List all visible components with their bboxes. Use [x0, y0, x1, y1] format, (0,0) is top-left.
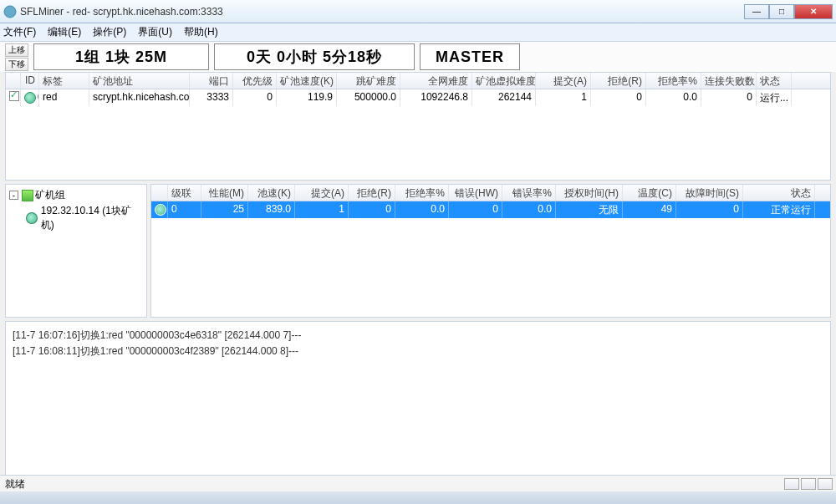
- col-reject-rate[interactable]: 拒绝率%: [646, 73, 701, 89]
- tree-collapse-icon[interactable]: -: [9, 191, 18, 200]
- mcol-accepted[interactable]: 提交(A): [295, 185, 349, 201]
- miner-coin-icon: [155, 204, 166, 216]
- statusbar-icons: [784, 478, 833, 490]
- taskbar: [0, 491, 836, 504]
- col-fail[interactable]: 连接失败数: [701, 73, 757, 89]
- col-status[interactable]: 状态: [757, 73, 792, 89]
- menu-help[interactable]: 帮助(H): [184, 25, 218, 39]
- mcol-fault[interactable]: 故障时间(S): [676, 185, 743, 201]
- col-addr[interactable]: 矿池地址: [89, 73, 190, 89]
- window-titlebar: SFLMiner - red- scrypt.hk.nicehash.com:3…: [0, 0, 836, 23]
- mcol-status[interactable]: 状态: [743, 185, 815, 201]
- col-rejected[interactable]: 拒绝(R): [591, 73, 646, 89]
- pool-table-header: ID 标签 矿池地址 端口 优先级 矿池速度(K) 跳矿难度 全网难度 矿池虚拟…: [6, 73, 830, 89]
- toolbar: 上移 下移 1组 1块 25M 0天 0小时 5分18秒 MASTER: [0, 42, 836, 72]
- log-pane[interactable]: [11-7 16:07:16]切换1:red "000000003c4e6318…: [5, 321, 831, 476]
- coin-icon: [24, 92, 36, 104]
- col-accepted[interactable]: 提交(A): [536, 73, 591, 89]
- mcol-reject-rate[interactable]: 拒绝率%: [395, 185, 449, 201]
- menubar: 文件(F) 编辑(E) 操作(P) 界面(U) 帮助(H): [0, 23, 836, 42]
- tree-child-label: 192.32.10.14 (1块矿机): [41, 204, 143, 232]
- menu-file[interactable]: 文件(F): [3, 25, 36, 39]
- mcol-rejected[interactable]: 拒绝(R): [349, 185, 395, 201]
- minimize-button[interactable]: —: [744, 4, 769, 19]
- app-icon: [3, 5, 17, 18]
- status-tray-icon[interactable]: [784, 478, 799, 490]
- log-line: [11-7 16:07:16]切换1:red "000000003c4e6318…: [13, 328, 823, 343]
- miner-table: 级联 性能(M) 池速(K) 提交(A) 拒绝(R) 拒绝率% 错误(HW) 错…: [150, 184, 831, 318]
- mcol-level[interactable]: 级联: [168, 185, 201, 201]
- col-netdiff[interactable]: 全网难度: [400, 73, 472, 89]
- miner-row[interactable]: 0 25 839.0 1 0 0.0 0 0.0 无限 49 0 正常运行: [151, 201, 830, 218]
- miner-icon: [26, 212, 38, 224]
- log-line: [11-7 16:08:11]切换1:red "000000003c4f2389…: [13, 344, 823, 359]
- maximize-button[interactable]: □: [769, 4, 794, 19]
- role-box: MASTER: [420, 43, 520, 70]
- mcol-time[interactable]: 授权时间(H): [556, 185, 623, 201]
- col-id[interactable]: ID: [21, 73, 39, 89]
- pool-table: ID 标签 矿池地址 端口 优先级 矿池速度(K) 跳矿难度 全网难度 矿池虚拟…: [5, 72, 831, 181]
- status-tray-icon[interactable]: [818, 478, 833, 490]
- mcol-errors[interactable]: 错误(HW): [449, 185, 502, 201]
- move-up-button[interactable]: 上移: [5, 43, 28, 57]
- svg-point-0: [4, 6, 16, 18]
- status-tray-icon[interactable]: [801, 478, 816, 490]
- mcol-hashrate[interactable]: 性能(M): [201, 185, 248, 201]
- menu-operate[interactable]: 操作(P): [93, 25, 126, 39]
- tree-root[interactable]: - 矿机组: [9, 188, 143, 202]
- mcol-poolspeed[interactable]: 池速(K): [248, 185, 295, 201]
- summary-box: 1组 1块 25M: [33, 43, 209, 70]
- status-text: 就绪: [5, 478, 25, 490]
- pool-row[interactable]: 0 red scrypt.hk.nicehash.com 3333 0 119.…: [6, 89, 830, 106]
- col-tag[interactable]: 标签: [39, 73, 89, 89]
- mcol-temp[interactable]: 温度(C): [623, 185, 676, 201]
- pool-checkbox[interactable]: [9, 91, 19, 101]
- mcol-error-rate[interactable]: 错误率%: [502, 185, 556, 201]
- close-button[interactable]: ✕: [794, 4, 833, 19]
- menu-view[interactable]: 界面(U): [138, 25, 172, 39]
- tree-pane: - 矿机组 192.32.10.14 (1块矿机): [5, 184, 147, 318]
- tree-child[interactable]: 192.32.10.14 (1块矿机): [26, 204, 143, 232]
- col-vdiff[interactable]: 矿池虚拟难度: [472, 73, 536, 89]
- col-port[interactable]: 端口: [190, 73, 233, 89]
- menu-edit[interactable]: 编辑(E): [48, 25, 81, 39]
- uptime-box: 0天 0小时 5分18秒: [214, 43, 415, 70]
- miner-table-header: 级联 性能(M) 池速(K) 提交(A) 拒绝(R) 拒绝率% 错误(HW) 错…: [151, 185, 830, 201]
- col-speed[interactable]: 矿池速度(K): [277, 73, 337, 89]
- group-icon: [22, 190, 33, 201]
- window-title: SFLMiner - red- scrypt.hk.nicehash.com:3…: [20, 6, 744, 18]
- move-down-button[interactable]: 下移: [5, 58, 28, 71]
- col-priority[interactable]: 优先级: [233, 73, 277, 89]
- col-diff[interactable]: 跳矿难度: [337, 73, 400, 89]
- tree-root-label: 矿机组: [35, 188, 65, 202]
- statusbar: 就绪: [0, 475, 836, 491]
